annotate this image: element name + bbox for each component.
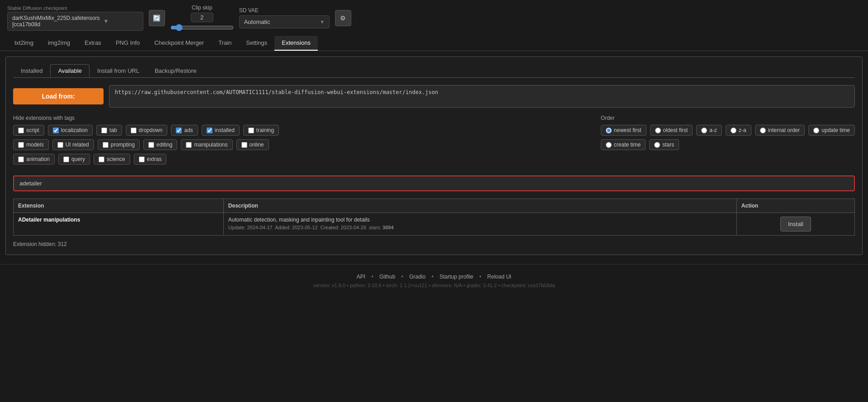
filters-order-row: Hide extensions with tags script localiz…: [13, 115, 855, 168]
radio-row-1: newest first oldest first a-z z-a intern…: [601, 125, 855, 136]
checkbox-prompting[interactable]: prompting: [98, 139, 140, 150]
footer-version: version: v1.9.0 • python: 3.10.6 • torch…: [9, 283, 859, 288]
footer: API • Github • Gradio • Startup profile …: [0, 264, 868, 297]
sd-vae-chevron-icon: ▼: [320, 19, 325, 24]
radio-update-time[interactable]: update time: [808, 125, 855, 136]
radio-newest-first-input[interactable]: [606, 128, 612, 133]
ext-meta: Update: 2024-04-17 Added: 2023-05-12 Cre…: [228, 225, 732, 230]
checkbox-dropdown[interactable]: dropdown: [126, 125, 168, 136]
tab-txt2img[interactable]: txt2img: [7, 36, 41, 51]
radio-newest-first[interactable]: newest first: [601, 125, 646, 136]
checkbox-dropdown-input[interactable]: [131, 128, 137, 133]
checkbox-models-input[interactable]: [18, 142, 24, 148]
clip-skip-value: 2: [191, 13, 213, 22]
radio-create-time[interactable]: create time: [601, 139, 646, 150]
extension-table: Extension Description Action ADetailer m…: [13, 199, 855, 236]
footer-reload-ui-link[interactable]: Reload UI: [487, 274, 511, 280]
tab-img2img[interactable]: img2img: [41, 36, 77, 51]
checkbox-editing-input[interactable]: [148, 142, 154, 148]
clip-skip-section: Clip skip 2: [170, 5, 234, 31]
checkbox-installed[interactable]: installed: [202, 125, 240, 136]
tab-checkpoint-merger[interactable]: Checkpoint Merger: [147, 36, 211, 51]
checkbox-manipulations-input[interactable]: [186, 142, 192, 148]
checkbox-row-3: animation query science extras: [13, 154, 583, 165]
search-input[interactable]: [13, 175, 855, 191]
checkbox-models[interactable]: models: [13, 139, 49, 150]
sub-tab-backup-restore[interactable]: Backup/Restore: [147, 64, 204, 77]
ext-action-cell: Install: [736, 213, 854, 236]
checkbox-tab-input[interactable]: [101, 128, 107, 133]
checkbox-localization[interactable]: localization: [48, 125, 93, 136]
checkbox-tab[interactable]: tab: [96, 125, 122, 136]
footer-api-link[interactable]: API: [357, 274, 365, 280]
checkbox-extras[interactable]: extras: [134, 154, 167, 165]
radio-oldest-first[interactable]: oldest first: [650, 125, 693, 136]
sd-vae-value: Automatic: [244, 19, 270, 25]
ext-name: ADetailer manipulations: [18, 217, 80, 223]
checkbox-science-input[interactable]: [99, 156, 104, 162]
sd-vae-refresh-button[interactable]: ⚙: [335, 10, 351, 26]
radio-oldest-first-input[interactable]: [655, 128, 661, 133]
sub-tab-installed[interactable]: Installed: [13, 64, 50, 77]
url-input[interactable]: https://raw.githubusercontent.com/AUTOMA…: [109, 85, 855, 108]
footer-gradio-link[interactable]: Gradio: [409, 274, 425, 280]
checkbox-editing[interactable]: editing: [143, 139, 177, 150]
checkbox-ui-related[interactable]: UI related: [52, 139, 94, 150]
table-row: ADetailer manipulations Automatic detect…: [14, 213, 855, 236]
radio-stars[interactable]: stars: [649, 139, 679, 150]
content-area: Installed Available Install from URL Bac…: [5, 57, 863, 255]
install-button[interactable]: Install: [780, 217, 811, 232]
top-bar: Stable Diffusion checkpoint darKSushiMix…: [0, 0, 868, 36]
clip-skip-label: Clip skip: [192, 5, 212, 11]
checkbox-prompting-input[interactable]: [103, 142, 108, 148]
checkbox-row-1: script localization tab dropdown ads ins…: [13, 125, 583, 136]
checkbox-script-input[interactable]: [18, 128, 24, 133]
radio-z-a-input[interactable]: [731, 128, 736, 133]
tab-extensions[interactable]: Extensions: [274, 36, 318, 51]
footer-startup-profile-link[interactable]: Startup profile: [439, 274, 473, 280]
hide-tags-label: Hide extensions with tags: [13, 115, 583, 121]
checkpoint-refresh-button[interactable]: 🔄: [149, 10, 165, 26]
footer-github-link[interactable]: Github: [379, 274, 395, 280]
checkbox-online[interactable]: online: [236, 139, 269, 150]
checkbox-ui-related-input[interactable]: [57, 142, 63, 148]
checkbox-row-2: models UI related prompting editing mani…: [13, 139, 583, 150]
sd-vae-select[interactable]: Automatic ▼: [239, 15, 330, 28]
tab-settings[interactable]: Settings: [239, 36, 274, 51]
radio-internal-order[interactable]: internal order: [755, 125, 805, 136]
radio-internal-order-input[interactable]: [760, 128, 766, 133]
sd-vae-label: SD VAE: [239, 7, 330, 14]
checkbox-script[interactable]: script: [13, 125, 44, 136]
radio-a-z[interactable]: a-z: [696, 125, 722, 136]
tab-train[interactable]: Train: [211, 36, 239, 51]
checkpoint-label: Stable Diffusion checkpoint: [7, 5, 143, 11]
checkbox-science[interactable]: science: [94, 154, 130, 165]
checkbox-extras-input[interactable]: [139, 156, 145, 162]
checkpoint-section: Stable Diffusion checkpoint darKSushiMix…: [7, 5, 143, 31]
clip-skip-slider[interactable]: [170, 24, 234, 31]
load-from-button[interactable]: Load from:: [13, 88, 104, 104]
chevron-down-icon: ▼: [103, 18, 138, 24]
radio-stars-input[interactable]: [654, 142, 660, 148]
checkbox-query-input[interactable]: [63, 156, 69, 162]
checkbox-localization-input[interactable]: [53, 128, 59, 133]
checkbox-animation[interactable]: animation: [13, 154, 55, 165]
radio-z-a[interactable]: z-a: [726, 125, 751, 136]
radio-create-time-input[interactable]: [606, 142, 612, 148]
checkbox-ads-input[interactable]: [176, 128, 182, 133]
checkbox-query[interactable]: query: [58, 154, 90, 165]
tab-png-info[interactable]: PNG Info: [108, 36, 147, 51]
sub-tab-install-from-url[interactable]: Install from URL: [90, 64, 147, 77]
checkbox-manipulations[interactable]: manipulations: [181, 139, 232, 150]
checkbox-ads[interactable]: ads: [171, 125, 198, 136]
checkbox-online-input[interactable]: [241, 142, 247, 148]
checkbox-training-input[interactable]: [248, 128, 254, 133]
checkbox-animation-input[interactable]: [18, 156, 24, 162]
checkpoint-select[interactable]: darKSushiMixMix_225D.safetensors [cca17b…: [7, 12, 143, 31]
sub-tab-available[interactable]: Available: [50, 64, 90, 77]
radio-update-time-input[interactable]: [813, 128, 819, 133]
radio-a-z-input[interactable]: [701, 128, 707, 133]
tab-extras[interactable]: Extras: [77, 36, 108, 51]
checkbox-training[interactable]: training: [243, 125, 279, 136]
checkbox-installed-input[interactable]: [207, 128, 212, 133]
